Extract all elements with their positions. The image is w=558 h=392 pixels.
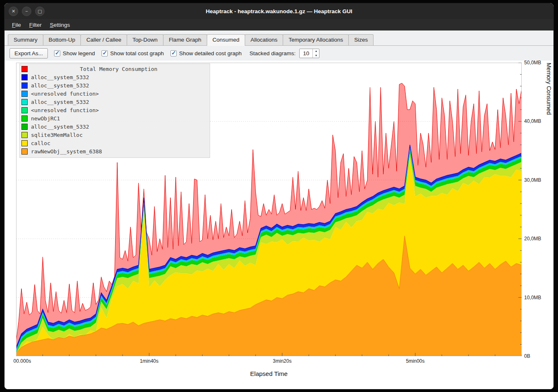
x-tick-label: 5min00s [406,358,424,364]
tab-bottom-up[interactable]: Bottom-Up [43,34,81,45]
window-controls: ✕ − ▢ [9,7,45,16]
legend-swatch [21,124,28,130]
y-tick-label: 10,0MB [524,295,541,300]
y-axis-labels: 0B10,0MB20,0MB30,0MB40,0MB50,0MB [524,63,549,356]
legend-item: alloc__system_5332 [21,74,206,80]
legend-label: alloc__system_5332 [31,82,89,89]
checkbox-box[interactable] [170,50,177,56]
x-tick-label: 1min40s [140,358,158,364]
tabbar: SummaryBottom-UpCaller / CalleeTop-DownF… [5,31,553,46]
legend-label: calloc [31,140,50,146]
y-axis-title: Memory Consumed [546,63,552,356]
window-title: Heaptrack - heaptrack.wakunode.1.gz — He… [5,8,553,14]
checkbox-show-legend[interactable]: Show legend [54,50,95,56]
legend-label: alloc__system_5332 [31,74,89,80]
titlebar: ✕ − ▢ Heaptrack - heaptrack.wakunode.1.g… [5,3,553,19]
x-axis-labels: 00.000s1min40s3min20s5min00s [16,358,522,365]
y-tick-label: 0B [524,353,530,359]
legend-item: rawNewObj__system_6388 [21,148,206,155]
y-tick-label: 50,0MB [524,60,541,66]
toolbar: Export As... Show legendShow total cost … [5,46,553,61]
tab-temporary-allocations[interactable]: Temporary Allocations [283,34,349,45]
legend-title-row: Total Memory Consumption [21,66,206,72]
minimize-button[interactable]: − [22,7,31,16]
legend-swatch [21,99,28,105]
legend-swatch [21,91,28,97]
spinbox-value[interactable]: 10 [300,49,312,58]
tab-summary[interactable]: Summary [8,34,43,45]
legend-label: <unresolved function> [31,91,99,97]
legend-label: alloc__system_5332 [31,124,89,130]
legend-item: sqlite3MemMalloc [21,132,206,138]
legend-label: rawNewObj__system_6388 [31,148,102,155]
checkbox-label: Show detailed cost graph [179,50,242,56]
y-tick-label: 20,0MB [524,236,541,242]
checkbox-show-total-cost-graph[interactable]: Show total cost graph [102,50,164,56]
legend-item: newObjRC1 [21,115,206,122]
checkbox-show-detailed-cost-graph[interactable]: Show detailed cost graph [170,50,242,56]
close-button[interactable]: ✕ [9,7,18,16]
checkbox-box[interactable] [54,50,60,56]
legend-item: alloc__system_5332 [21,99,206,105]
legend-swatch [21,140,28,146]
legend-item: <unresolved function> [21,107,206,113]
x-tick-label: 3min20s [273,358,291,364]
legend-title: Total Memory Consumption [31,66,206,72]
close-icon: ✕ [12,9,15,14]
legend-item: alloc__system_5332 [21,124,206,130]
chart-legend: Total Memory Consumptionalloc__system_53… [19,63,210,158]
app-window: ✕ − ▢ Heaptrack - heaptrack.wakunode.1.g… [4,3,554,390]
spinbox-up-arrow[interactable]: ▲ [313,49,319,54]
menubar: FileFilterSettings [5,19,553,31]
menu-settings[interactable]: Settings [46,20,74,30]
toolbar-checkboxes: Show legendShow total cost graphShow det… [54,50,242,56]
checkbox-label: Show total cost graph [110,50,164,56]
stacked-diagrams-label: Stacked diagrams: [250,50,296,56]
y-tick-label: 30,0MB [524,177,541,183]
stacked-diagrams-spinbox[interactable]: 10 ▲ ▼ [299,49,319,58]
tab-top-down[interactable]: Top-Down [127,34,163,45]
tab-allocations[interactable]: Allocations [245,34,283,45]
x-axis-title: Elapsed Time [16,370,522,377]
menu-file[interactable]: File [8,20,25,30]
legend-swatch-total [21,66,28,72]
chart-region: Total Memory Consumptionalloc__system_53… [5,61,553,389]
tab-caller-callee[interactable]: Caller / Callee [80,34,127,45]
checkbox-box[interactable] [102,50,108,56]
minimize-icon: − [25,9,28,14]
screen-background: ✕ − ▢ Heaptrack - heaptrack.wakunode.1.g… [0,0,558,392]
maximize-icon: ▢ [38,9,42,14]
legend-swatch [21,74,28,80]
legend-label: <unresolved function> [31,107,99,113]
export-as-button[interactable]: Export As... [9,48,48,59]
legend-label: sqlite3MemMalloc [31,132,83,138]
legend-swatch [21,148,28,155]
spinbox-arrows: ▲ ▼ [312,49,319,58]
legend-item: alloc__system_5332 [21,82,206,89]
tab-consumed[interactable]: Consumed [207,34,245,46]
maximize-button[interactable]: ▢ [35,7,45,16]
spinbox-down-arrow[interactable]: ▼ [313,53,319,58]
legend-label: newObjRC1 [31,115,60,122]
legend-item: calloc [21,140,206,146]
legend-label: alloc__system_5332 [31,99,89,105]
y-tick-label: 40,0MB [524,118,541,124]
legend-swatch [21,132,28,138]
legend-item: <unresolved function> [21,91,206,97]
tab-sizes[interactable]: Sizes [348,34,374,45]
legend-swatch [21,107,28,113]
x-tick-label: 00.000s [14,358,31,364]
checkbox-label: Show legend [63,50,95,56]
menu-filter[interactable]: Filter [25,20,46,30]
tab-flame-graph[interactable]: Flame Graph [163,34,207,45]
legend-swatch [21,115,28,122]
legend-swatch [21,82,28,89]
